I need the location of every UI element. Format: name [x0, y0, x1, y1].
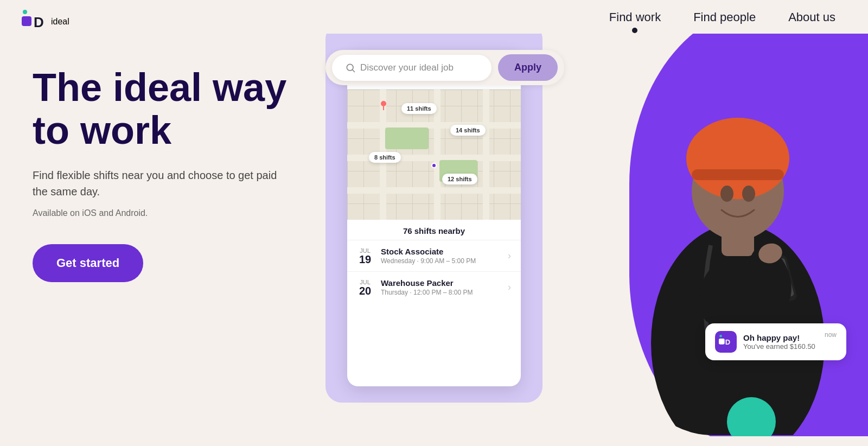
- shift-title-2: Warehouse Packer: [381, 278, 508, 288]
- notification-card: D Oh happy pay! You've earned $160.50 no…: [705, 323, 846, 360]
- map-road: [483, 90, 489, 220]
- main-nav: Find work Find people About us: [609, 10, 835, 33]
- shift-bubble: 8 shifts: [369, 152, 401, 163]
- logo-icon: D: [22, 10, 46, 34]
- svg-rect-0: [22, 16, 31, 26]
- nav-about-us[interactable]: About us: [788, 10, 835, 24]
- shifts-nearby-label: 76 shifts nearby: [347, 220, 521, 240]
- svg-point-11: [742, 186, 755, 202]
- notif-content: Oh happy pay! You've earned $160.50: [743, 333, 818, 351]
- svg-text:D: D: [34, 14, 44, 30]
- search-placeholder: Discover your ideal job: [360, 62, 454, 73]
- svg-point-8: [686, 118, 789, 199]
- hero-subtitle: Find flexible shifts near you and choose…: [33, 167, 293, 200]
- shift-day-1: 19: [359, 254, 371, 265]
- logo-text: ideal: [51, 17, 69, 27]
- hero-section: The ideal way to work Find flexible shif…: [0, 34, 315, 436]
- svg-rect-9: [692, 169, 784, 180]
- hero-image-section: [597, 34, 868, 436]
- search-bar[interactable]: Discover your ideal job: [332, 55, 492, 81]
- shift-time-2: Thursday · 12:00 PM – 8:00 PM: [381, 289, 508, 296]
- phone-screen: Good morning, Sam Sunday, July 16: [347, 50, 521, 386]
- shift-item-2[interactable]: Jul 20 Warehouse Packer Thursday · 12:00…: [347, 271, 521, 303]
- notif-body: You've earned $160.50: [743, 342, 818, 351]
- shift-month-1: Jul: [360, 247, 371, 254]
- shift-arrow-2: ›: [508, 282, 511, 293]
- map-park: [385, 128, 429, 149]
- apply-button[interactable]: Apply: [498, 54, 558, 81]
- notif-time: now: [825, 331, 837, 339]
- map-area: 11 shifts 14 shifts 8 shifts 12 shifts: [347, 90, 521, 220]
- logo[interactable]: D ideal: [22, 10, 69, 34]
- get-started-button[interactable]: Get started: [33, 244, 143, 282]
- map-pin: [380, 100, 387, 112]
- shift-bubble: 12 shifts: [442, 174, 477, 184]
- shift-bubble: 11 shifts: [401, 103, 437, 114]
- shift-bubble: 14 shifts: [450, 125, 486, 136]
- nav-find-work[interactable]: Find work: [609, 10, 661, 33]
- svg-text:D: D: [725, 338, 730, 346]
- shift-title-1: Stock Associate: [381, 247, 508, 256]
- shift-day-2: 20: [359, 285, 371, 296]
- svg-point-4: [381, 101, 386, 106]
- shift-month-2: Jul: [360, 279, 371, 285]
- hero-title: The ideal way to work: [33, 66, 293, 152]
- shift-time-1: Wednesday · 9:00 AM – 5:00 PM: [381, 257, 508, 265]
- nav-find-people[interactable]: Find people: [693, 10, 756, 24]
- shift-date-1: Jul 19: [357, 247, 373, 265]
- phone-mockup: Good morning, Sam Sunday, July 16: [342, 34, 526, 413]
- shift-info-2: Warehouse Packer Thursday · 12:00 PM – 8…: [381, 278, 508, 296]
- svg-rect-17: [719, 339, 725, 345]
- notif-logo-icon: D: [715, 331, 737, 353]
- availability-text: Available on iOS and Android.: [33, 208, 293, 218]
- shift-date-2: Jul 20: [357, 279, 373, 296]
- shift-arrow-1: ›: [508, 250, 511, 262]
- shift-info-1: Stock Associate Wednesday · 9:00 AM – 5:…: [381, 247, 508, 265]
- right-section: Discover your ideal job Apply Good morni…: [315, 34, 868, 436]
- search-icon: [345, 62, 356, 73]
- notif-title: Oh happy pay!: [743, 333, 818, 342]
- svg-rect-18: [719, 335, 722, 337]
- map-user-dot: [431, 163, 437, 168]
- svg-rect-1: [23, 10, 27, 14]
- hero-person-image: [613, 34, 863, 435]
- nav-active-dot: [632, 28, 637, 33]
- shift-item-1[interactable]: Jul 19 Stock Associate Wednesday · 9:00 …: [347, 240, 521, 271]
- person-svg: [613, 34, 863, 435]
- svg-point-10: [720, 186, 733, 202]
